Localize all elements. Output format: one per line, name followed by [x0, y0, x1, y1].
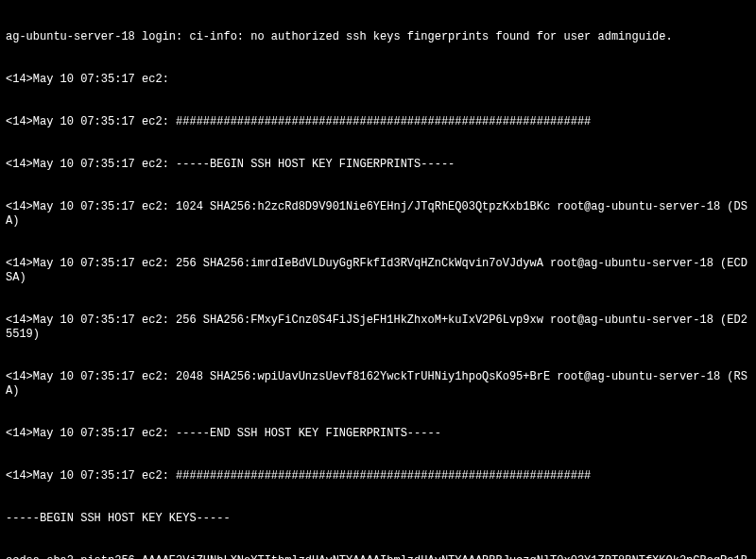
boot-line: <14>May 10 07:35:17 ec2: ###############…: [6, 115, 750, 129]
terminal-output: ag-ubuntu-server-18 login: ci-info: no a…: [0, 0, 756, 559]
boot-line: <14>May 10 07:35:17 ec2: -----END SSH HO…: [6, 427, 750, 441]
boot-line: <14>May 10 07:35:17 ec2: -----BEGIN SSH …: [6, 158, 750, 172]
boot-line: <14>May 10 07:35:17 ec2: 1024 SHA256:h2z…: [6, 200, 750, 229]
boot-line: <14>May 10 07:35:17 ec2:: [6, 73, 750, 87]
boot-line: <14>May 10 07:35:17 ec2: 256 SHA256:imrd…: [6, 257, 750, 285]
boot-line: ag-ubuntu-server-18 login: ci-info: no a…: [6, 30, 750, 44]
boot-line: <14>May 10 07:35:17 ec2: 2048 SHA256:wpi…: [6, 370, 750, 398]
boot-line: <14>May 10 07:35:17 ec2: 256 SHA256:FMxy…: [6, 313, 750, 342]
boot-line: <14>May 10 07:35:17 ec2: ###############…: [6, 469, 750, 483]
boot-line: ecdsa-sha2-nistp256 AAAAE2VjZHNhLXNoYTIt…: [6, 554, 750, 559]
boot-line: -----BEGIN SSH HOST KEY KEYS-----: [6, 512, 750, 526]
